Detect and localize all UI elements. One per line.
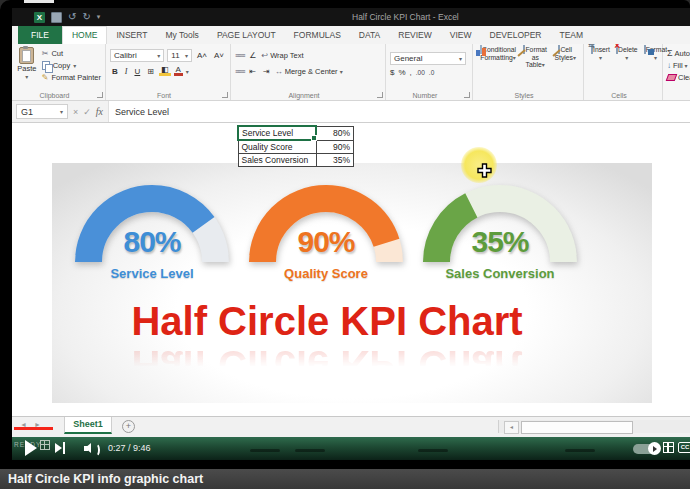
redo-icon[interactable]: ↻: [82, 12, 90, 22]
italic-button[interactable]: I: [123, 67, 130, 76]
cell-service-level[interactable]: Service Level: [238, 126, 316, 140]
gauge-quality-score: 90% Quality Score: [246, 185, 406, 276]
tab-data[interactable]: DATA: [350, 26, 389, 44]
ribbon: Paste ▾ ✂Cut Copy▾ ✎Format Painter Clipb…: [12, 44, 690, 101]
scroll-left-icon[interactable]: ◄: [504, 421, 519, 434]
increase-indent-button[interactable]: ⇥: [261, 67, 272, 76]
increase-decimal-button[interactable]: .00: [416, 69, 425, 76]
new-sheet-button[interactable]: +: [122, 420, 135, 433]
cell-quality-score[interactable]: Quality Score: [238, 140, 316, 154]
orientation-button[interactable]: ∠: [247, 51, 258, 60]
format-cells-icon: [644, 45, 646, 54]
miniplayer-grid-icon[interactable]: [663, 442, 674, 453]
cell-quality-score-value[interactable]: 90%: [316, 140, 354, 154]
status-dash: [418, 449, 448, 452]
cell-service-level-value[interactable]: 80%: [316, 126, 354, 140]
alignment-dialog-launcher-icon[interactable]: [377, 92, 383, 98]
fill-button[interactable]: ↓Fill▾: [667, 59, 690, 71]
gauge-service-level: 80% Service Level: [72, 185, 232, 276]
cs-dropdown-icon: ▾: [573, 55, 576, 61]
font-dialog-launcher-icon[interactable]: [222, 92, 228, 98]
autoplay-toggle[interactable]: [633, 444, 659, 454]
format-painter-button[interactable]: ✎Format Painter: [42, 71, 101, 83]
fill-color-button[interactable]: ◧: [159, 66, 171, 76]
clipboard-dialog-launcher-icon[interactable]: [97, 92, 103, 98]
insert-function-icon[interactable]: fx: [96, 106, 103, 117]
tab-formulas[interactable]: FORMULAS: [285, 26, 350, 44]
merge-dropdown-icon: ▾: [340, 68, 343, 75]
conditional-formatting-button[interactable]: ConditionalFormatting▾: [477, 46, 519, 84]
cell-sales-conversion[interactable]: Sales Conversion: [238, 154, 316, 167]
excel-logo-icon: X: [34, 12, 45, 23]
grow-font-button[interactable]: A˄: [195, 51, 209, 60]
group-number: General▾ $ % , .00 .0 Number: [386, 44, 473, 100]
horizontal-scrollbar-thumb[interactable]: [521, 421, 633, 434]
video-progress-played[interactable]: [14, 427, 53, 430]
horizontal-align-icons[interactable]: ≡≡≡: [235, 68, 244, 75]
tab-team[interactable]: TEAM: [551, 26, 593, 44]
decrease-decimal-button[interactable]: .0: [429, 69, 434, 76]
next-button-bar: [63, 442, 65, 454]
delete-cells-button[interactable]: Delete▾: [613, 46, 641, 84]
gauge-value-text: 35%: [420, 225, 580, 259]
gauge-value-text: 90%: [246, 225, 406, 259]
autosum-icon: Σ: [667, 48, 673, 58]
cut-button[interactable]: ✂Cut: [42, 47, 101, 59]
name-box[interactable]: G1▾: [16, 104, 68, 119]
undo-icon[interactable]: ↺: [68, 12, 76, 22]
macro-record-icon[interactable]: [40, 440, 50, 450]
percent-style-button[interactable]: %: [398, 68, 405, 77]
tab-insert[interactable]: INSERT: [107, 26, 156, 44]
shrink-font-button[interactable]: A˅: [212, 51, 226, 60]
autoplay-knob-icon: [648, 442, 661, 455]
accounting-format-button[interactable]: $: [390, 68, 394, 77]
insert-cells-button[interactable]: Insert▾: [588, 46, 613, 84]
save-icon[interactable]: [51, 12, 62, 23]
cell-sales-conversion-value[interactable]: 35%: [316, 154, 354, 167]
confirm-entry-icon[interactable]: ✓: [83, 107, 91, 117]
sheet-tab-strip: ◄ ► Sheet1 + ◄: [12, 416, 690, 437]
wrap-text-icon: ↩: [261, 51, 268, 60]
copy-button[interactable]: Copy▾: [42, 59, 101, 71]
tab-page-layout[interactable]: PAGE LAYOUT: [208, 26, 285, 44]
page-edge-fragment: [24, 0, 54, 3]
comma-style-button[interactable]: ,: [410, 68, 412, 77]
autosum-button[interactable]: ΣAuto: [667, 47, 690, 59]
volume-icon[interactable]: [84, 442, 98, 454]
bold-button[interactable]: B: [110, 67, 120, 76]
tab-view[interactable]: VIEW: [441, 26, 481, 44]
format-as-table-button[interactable]: Format asTable▾: [519, 46, 551, 84]
formula-input[interactable]: Service Level: [108, 101, 690, 122]
closed-captions-button[interactable]: CC: [678, 442, 690, 453]
tab-review[interactable]: REVIEW: [389, 26, 441, 44]
tab-my-tools[interactable]: My Tools: [156, 26, 207, 44]
title-bar: X ↺ ↻ ▾ Half Circle KPI Chart - Excel: [12, 8, 690, 26]
tab-file[interactable]: FILE: [18, 26, 62, 44]
borders-button[interactable]: ⊞: [145, 67, 156, 76]
gauge-label-text: Quality Score: [246, 266, 406, 281]
font-family-select[interactable]: Calibri▾: [110, 49, 164, 62]
underline-button[interactable]: U: [132, 67, 142, 76]
font-size-select[interactable]: 11▾: [167, 49, 192, 62]
number-format-select[interactable]: General▾: [390, 52, 466, 65]
group-cells: Insert▾ Delete▾ Format▾ Cells: [584, 44, 663, 100]
formula-bar: G1▾ × ✓ fx Service Level: [12, 101, 690, 123]
play-button[interactable]: [25, 440, 37, 456]
next-button[interactable]: [55, 443, 62, 453]
clear-button[interactable]: Clea: [667, 71, 690, 83]
group-editing: ΣAuto ↓Fill▾ Clea: [663, 44, 690, 100]
cell-styles-button[interactable]: CellStyles▾: [551, 46, 579, 84]
number-dialog-launcher-icon[interactable]: [464, 92, 470, 98]
group-label-alignment: Alignment: [231, 92, 377, 99]
decrease-indent-button[interactable]: ⇤: [247, 67, 258, 76]
paste-button[interactable]: Paste ▾: [16, 47, 38, 84]
tab-developer[interactable]: DEVELOPER: [481, 26, 551, 44]
vertical-align-icons[interactable]: ≡≡≡: [235, 52, 244, 59]
wrap-text-button[interactable]: ↩Wrap Text: [261, 51, 303, 60]
sheet-tab-sheet1[interactable]: Sheet1: [64, 417, 112, 434]
merge-center-button[interactable]: ↔Merge & Center▾: [275, 67, 343, 76]
cancel-entry-icon[interactable]: ×: [73, 107, 78, 117]
tab-home[interactable]: HOME: [62, 26, 108, 44]
font-color-button[interactable]: A: [174, 66, 183, 76]
qat-customize-icon[interactable]: ▾: [97, 13, 101, 21]
